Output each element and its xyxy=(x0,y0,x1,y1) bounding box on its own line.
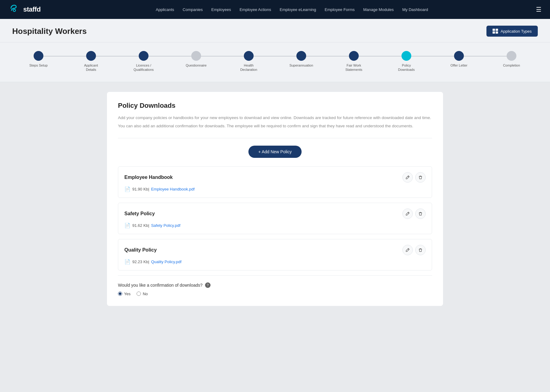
step-label-1: Steps Setup xyxy=(29,63,48,67)
policy-header-2: Quality Policy xyxy=(124,245,426,255)
help-icon[interactable]: ? xyxy=(205,282,211,288)
policy-file-1: 📄 91.62 Kb| Safety Policy.pdf xyxy=(124,223,426,228)
file-link-2[interactable]: Quality Policy.pdf xyxy=(151,260,181,264)
edit-policy-1-button[interactable] xyxy=(402,209,413,219)
stepper: Steps Setup Applicant Details Licences /… xyxy=(12,51,538,72)
policy-actions-0 xyxy=(402,172,426,183)
policy-file-2: 📄 92.23 Kb| Quality Policy.pdf xyxy=(124,259,426,265)
nav-employee-elearning[interactable]: Employee eLearning xyxy=(280,7,316,12)
policy-item-2: Quality Policy 📄 xyxy=(118,239,432,270)
step-circle-2 xyxy=(86,51,96,61)
policy-item-0: Employee Handbook � xyxy=(118,166,432,198)
policy-item-1: Safety Policy 📄 xyxy=(118,203,432,234)
logo[interactable]: staffd xyxy=(9,4,41,15)
file-size-0: 91.90 Kb| xyxy=(132,187,149,191)
file-link-0[interactable]: Employee Handbook.pdf xyxy=(151,187,194,191)
step-label-8: Policy Downloads xyxy=(394,63,419,72)
content-title: Policy Downloads xyxy=(118,102,432,110)
step-circle-1 xyxy=(34,51,43,61)
policy-name-1: Safety Policy xyxy=(124,211,155,216)
description-line-1: Add your company policies or handbooks f… xyxy=(118,114,432,121)
svg-rect-5 xyxy=(493,31,495,34)
step-label-5: Health Declaration xyxy=(237,63,261,72)
radio-no-text: No xyxy=(143,292,148,296)
logo-text: staffd xyxy=(23,5,41,13)
policy-header-1: Safety Policy xyxy=(124,209,426,219)
nav-employee-forms[interactable]: Employee Forms xyxy=(325,7,355,12)
policy-actions-1 xyxy=(402,209,426,219)
edit-policy-0-button[interactable] xyxy=(402,172,413,183)
step-circle-9 xyxy=(454,51,464,61)
pdf-icon-2: 📄 xyxy=(124,259,130,265)
step-completion[interactable]: Completion xyxy=(485,51,538,67)
trash-icon-2 xyxy=(418,248,423,252)
step-superannuation[interactable]: Superannuation xyxy=(275,51,328,67)
svg-point-2 xyxy=(14,10,15,11)
radio-yes-input[interactable] xyxy=(118,292,122,296)
app-types-icon xyxy=(493,29,498,34)
policy-name-0: Employee Handbook xyxy=(124,175,173,180)
step-label-4: Questionnaire xyxy=(186,63,207,67)
pdf-icon-1: 📄 xyxy=(124,223,130,228)
step-circle-4 xyxy=(191,51,201,61)
step-label-6: Superannuation xyxy=(289,63,313,67)
add-new-policy-button[interactable]: + Add New Policy xyxy=(248,146,301,158)
step-circle-6 xyxy=(296,51,306,61)
step-questionnaire[interactable]: Questionnaire xyxy=(170,51,222,67)
delete-policy-0-button[interactable] xyxy=(415,172,426,183)
svg-rect-3 xyxy=(493,29,495,31)
svg-rect-4 xyxy=(496,29,498,31)
edit-icon-2 xyxy=(405,248,410,252)
nav-employees[interactable]: Employees xyxy=(211,7,231,12)
edit-icon-1 xyxy=(405,212,410,216)
edit-icon-0 xyxy=(405,175,410,180)
step-applicant-details[interactable]: Applicant Details xyxy=(65,51,117,72)
edit-policy-2-button[interactable] xyxy=(402,245,413,255)
step-steps-setup[interactable]: Steps Setup xyxy=(12,51,65,67)
main-content: Policy Downloads Add your company polici… xyxy=(0,82,550,316)
nav-companies[interactable]: Companies xyxy=(183,7,203,12)
step-circle-7 xyxy=(349,51,359,61)
hamburger-icon[interactable]: ☰ xyxy=(536,6,541,13)
page-header: Hospitality Workers Application Types xyxy=(0,19,550,42)
application-types-button[interactable]: Application Types xyxy=(486,26,538,37)
step-circle-5 xyxy=(244,51,254,61)
description-line-2: You can also add an additional confirmat… xyxy=(118,123,432,129)
step-label-9: Offer Letter xyxy=(450,63,467,67)
step-health-declaration[interactable]: Health Declaration xyxy=(222,51,275,72)
logo-icon xyxy=(9,4,20,15)
divider xyxy=(118,138,432,138)
trash-icon-0 xyxy=(418,175,423,180)
step-policy-downloads[interactable]: Policy Downloads xyxy=(380,51,433,72)
content-card: Policy Downloads Add your company polici… xyxy=(107,92,443,306)
nav-my-dashboard[interactable]: My Dashboard xyxy=(402,7,428,12)
delete-policy-2-button[interactable] xyxy=(415,245,426,255)
delete-policy-1-button[interactable] xyxy=(415,209,426,219)
step-label-7: Fair Work Statements xyxy=(342,63,366,72)
radio-no-label[interactable]: No xyxy=(137,292,148,296)
file-size-2: 92.23 Kb| xyxy=(132,260,149,264)
step-fair-work[interactable]: Fair Work Statements xyxy=(328,51,380,72)
nav-manage-modules[interactable]: Manage Modules xyxy=(363,7,394,12)
nav-employee-actions[interactable]: Employee Actions xyxy=(240,7,271,12)
navbar-links: Applicants Companies Employees Employee … xyxy=(58,7,526,12)
pdf-icon-0: 📄 xyxy=(124,186,130,192)
radio-yes-label[interactable]: Yes xyxy=(118,292,130,296)
step-circle-10 xyxy=(507,51,516,61)
file-link-1[interactable]: Safety Policy.pdf xyxy=(151,223,180,228)
nav-applicants[interactable]: Applicants xyxy=(156,7,174,12)
page-title: Hospitality Workers xyxy=(12,27,87,36)
step-offer-letter[interactable]: Offer Letter xyxy=(433,51,485,67)
trash-icon-1 xyxy=(418,212,423,216)
radio-yes-text: Yes xyxy=(124,292,130,296)
step-circle-8 xyxy=(402,51,411,61)
file-size-1: 91.62 Kb| xyxy=(132,223,149,228)
policy-actions-2 xyxy=(402,245,426,255)
step-licences[interactable]: Licences / Qualifications xyxy=(117,51,170,72)
step-label-2: Applicant Details xyxy=(79,63,103,72)
radio-group: Yes No xyxy=(118,292,432,296)
step-label-3: Licences / Qualifications xyxy=(131,63,156,72)
policy-file-0: 📄 91.90 Kb| Employee Handbook.pdf xyxy=(124,186,426,192)
radio-no-input[interactable] xyxy=(137,292,141,296)
step-circle-3 xyxy=(139,51,148,61)
